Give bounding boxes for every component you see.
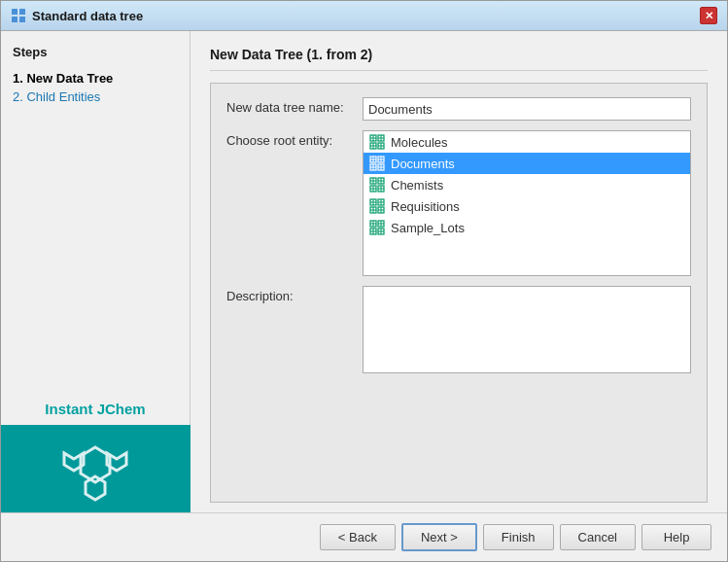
step-2-label: Child Entities xyxy=(26,89,100,104)
step-2-number: 2. xyxy=(13,89,26,104)
content-title: New Data Tree (1. from 2) xyxy=(210,47,708,71)
help-button[interactable]: Help xyxy=(641,524,711,550)
sidebar-item-new-data-tree[interactable]: 1. New Data Tree xyxy=(13,69,178,88)
entity-name: Requisitions xyxy=(391,199,460,214)
list-item[interactable]: Chemists xyxy=(364,174,690,195)
root-entity-row: Choose root entity: xyxy=(226,130,691,276)
entity-listbox[interactable]: Molecules xyxy=(363,130,691,276)
close-button[interactable]: ✕ xyxy=(700,7,717,24)
list-item[interactable]: Requisitions xyxy=(364,195,690,217)
molecules-icon xyxy=(369,134,385,150)
name-input[interactable] xyxy=(363,97,691,121)
sample-lots-icon xyxy=(369,220,385,235)
description-row: Description: xyxy=(226,286,691,488)
content-area: New Data Tree (1. from 2) New data tree … xyxy=(191,31,727,512)
back-button[interactable]: < Back xyxy=(320,524,396,550)
footer: < Back Next > Finish Cancel Help xyxy=(1,512,727,561)
svg-rect-3 xyxy=(19,17,25,22)
brand-name: Instant JChem xyxy=(45,391,145,425)
step-1-number: 1. xyxy=(13,71,26,86)
name-label: New data tree name: xyxy=(226,97,353,115)
svg-rect-2 xyxy=(12,17,17,22)
brand-icon-box xyxy=(1,425,191,512)
dialog: Standard data tree ✕ Steps 1. New Data T… xyxy=(0,0,728,562)
requisitions-icon xyxy=(369,198,385,214)
title-bar-left: Standard data tree xyxy=(11,8,143,23)
list-item[interactable]: Molecules xyxy=(364,131,690,153)
sidebar-steps: Steps 1. New Data Tree 2. Child Entities xyxy=(1,31,190,120)
entity-name: Molecules xyxy=(391,135,448,150)
description-label: Description: xyxy=(226,286,353,303)
svg-rect-1 xyxy=(19,9,25,15)
finish-button[interactable]: Finish xyxy=(483,524,554,550)
brand-hex-icon xyxy=(56,430,134,508)
sidebar-branding: Instant JChem xyxy=(1,391,190,512)
entity-name: Chemists xyxy=(391,178,443,193)
step-1-label: New Data Tree xyxy=(26,71,113,86)
sidebar-item-child-entities[interactable]: 2. Child Entities xyxy=(13,88,178,106)
documents-icon xyxy=(369,156,385,171)
dialog-icon xyxy=(11,8,26,23)
sidebar: Steps 1. New Data Tree 2. Child Entities… xyxy=(1,31,191,512)
entity-name: Sample_Lots xyxy=(391,221,465,235)
steps-title: Steps xyxy=(13,45,178,59)
svg-rect-0 xyxy=(12,9,17,15)
description-input[interactable] xyxy=(363,286,691,373)
list-item[interactable]: Documents xyxy=(364,153,690,174)
cancel-button[interactable]: Cancel xyxy=(560,524,636,550)
list-item[interactable]: Sample_Lots xyxy=(364,217,690,238)
svg-marker-7 xyxy=(86,476,105,500)
entity-name: Documents xyxy=(391,157,455,171)
dialog-title: Standard data tree xyxy=(32,9,143,23)
title-bar: Standard data tree ✕ xyxy=(1,1,727,31)
name-row: New data tree name: xyxy=(226,97,691,121)
chemists-icon xyxy=(369,177,385,193)
next-button[interactable]: Next > xyxy=(401,523,477,551)
root-entity-label: Choose root entity: xyxy=(226,130,353,148)
main-content: Steps 1. New Data Tree 2. Child Entities… xyxy=(1,31,727,512)
form-area: New data tree name: Choose root entity: xyxy=(210,83,708,503)
